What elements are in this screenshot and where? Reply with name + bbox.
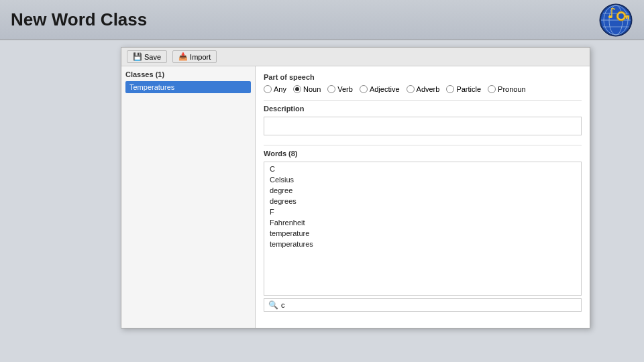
classes-label: Classes (1) — [125, 70, 251, 78]
import-icon: 📥 — [178, 52, 188, 61]
svg-point-8 — [619, 13, 624, 19]
words-list: CCelsiusdegreedegreesFFahrenheittemperat… — [264, 162, 582, 296]
word-item[interactable]: temperatures — [264, 239, 581, 249]
separator-1 — [264, 100, 582, 101]
search-bar: 🔍 — [264, 298, 582, 312]
radio-any-circle — [264, 85, 272, 93]
description-label: Description — [264, 105, 582, 113]
left-panel: Classes (1) Temperatures — [121, 66, 256, 328]
right-panel: Part of speech Any Noun Verb — [256, 66, 590, 328]
content-area: Classes (1) Temperatures Part of speech … — [121, 66, 590, 328]
radio-noun-circle — [293, 85, 301, 93]
separator-2 — [264, 145, 582, 145]
word-item[interactable]: F — [264, 206, 581, 217]
word-item[interactable]: temperature — [264, 228, 581, 239]
word-item[interactable]: Celsius — [264, 174, 581, 185]
svg-rect-9 — [624, 15, 629, 17]
class-item-temperatures[interactable]: Temperatures — [125, 81, 251, 93]
radio-particle-circle — [446, 85, 454, 93]
save-icon: 💾 — [133, 52, 142, 61]
radio-noun[interactable]: Noun — [293, 85, 321, 93]
svg-rect-11 — [626, 17, 627, 19]
save-button[interactable]: 💾 Save — [127, 50, 167, 63]
description-input[interactable] — [264, 117, 582, 135]
import-label: Import — [190, 53, 211, 61]
svg-rect-10 — [628, 17, 629, 19]
words-section: Words (8) CCelsiusdegreedegreesFFahrenhe… — [264, 149, 582, 312]
header: New Word Class — [0, 0, 644, 40]
svg-point-14 — [608, 15, 612, 18]
radio-adjective-circle — [360, 85, 368, 93]
word-item[interactable]: degree — [264, 185, 581, 196]
word-item[interactable]: degrees — [264, 196, 581, 206]
pos-label: Part of speech — [264, 73, 582, 81]
logo-icon — [598, 3, 633, 38]
page-title: New Word Class — [11, 9, 147, 30]
main-area: 💾 Save 📥 Import Classes (1) Temperatures… — [0, 40, 644, 362]
toolbar: 💾 Save 📥 Import — [121, 48, 590, 66]
radio-pronoun[interactable]: Pronoun — [488, 85, 526, 93]
radio-adjective[interactable]: Adjective — [360, 85, 400, 93]
radio-verb[interactable]: Verb — [327, 85, 353, 93]
search-icon: 🔍 — [268, 300, 278, 310]
word-item[interactable]: Fahrenheit — [264, 217, 581, 228]
radio-verb-circle — [327, 85, 335, 93]
words-label: Words (8) — [264, 149, 582, 158]
radio-adverb[interactable]: Adverb — [407, 85, 440, 93]
word-item[interactable]: C — [264, 164, 581, 174]
radio-particle[interactable]: Particle — [446, 85, 481, 93]
import-button[interactable]: 📥 Import — [172, 50, 217, 63]
radio-adverb-circle — [407, 85, 415, 93]
save-label: Save — [144, 53, 161, 61]
pos-radio-group: Any Noun Verb Adjective — [264, 85, 582, 93]
search-input[interactable] — [281, 301, 577, 309]
dialog: 💾 Save 📥 Import Classes (1) Temperatures… — [121, 47, 590, 328]
radio-any[interactable]: Any — [264, 85, 286, 93]
radio-pronoun-circle — [488, 85, 496, 93]
